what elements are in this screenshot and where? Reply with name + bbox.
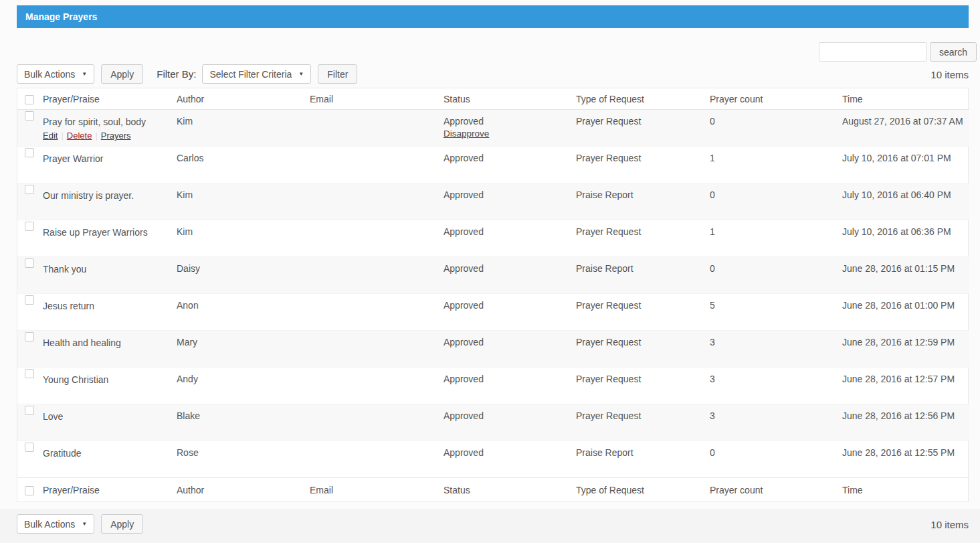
bulk-actions-select-bottom[interactable]: Bulk Actions ▼ (17, 514, 94, 534)
items-count-top: 10 items (930, 69, 969, 80)
type-cell: Prayer Request (576, 368, 710, 404)
table-row: GratitudeRoseApprovedPraise Report0June … (17, 441, 969, 478)
email-cell (310, 110, 444, 147)
table-row: Health and healingMaryApprovedPrayer Req… (17, 331, 969, 368)
status-text: Approved (444, 447, 572, 458)
time-cell: June 28, 2016 at 12:55 PM (842, 441, 969, 478)
prayer-count-cell: 0 (710, 110, 842, 147)
bulk-actions-select-value: Bulk Actions (24, 69, 75, 80)
email-cell (310, 183, 444, 220)
type-cell: Prayer Request (576, 220, 710, 257)
page-title-bar: Manage Prayers (17, 5, 969, 28)
filter-by-label: Filter By: (157, 68, 196, 80)
chevron-down-icon: ▼ (82, 521, 87, 527)
column-header: Email (310, 88, 444, 110)
email-cell (310, 331, 444, 368)
status-text: Approved (444, 226, 572, 237)
author-cell: Kim (177, 183, 310, 220)
time-cell: July 10, 2016 at 07:01 PM (842, 147, 969, 183)
status-text: Approved (444, 263, 572, 274)
row-actions: Edit|Delete|Prayers (43, 130, 173, 142)
search-input[interactable] (819, 42, 926, 62)
prayers-link[interactable]: Prayers (101, 131, 131, 141)
table-header-row: Prayer/PraiseAuthorEmailStatusType of Re… (17, 88, 969, 110)
row-checkbox[interactable] (25, 111, 34, 121)
status-text: Approved (444, 410, 572, 421)
items-count-bottom: 10 items (930, 519, 969, 530)
row-checkbox[interactable] (25, 258, 34, 268)
edit-link[interactable]: Edit (43, 131, 58, 141)
prayer-title: Love (43, 410, 173, 423)
filter-button[interactable]: Filter (318, 64, 357, 84)
prayer-count-cell: 3 (710, 331, 842, 368)
time-cell: July 10, 2016 at 06:36 PM (842, 220, 969, 257)
table-row: Young ChristianAndyApprovedPrayer Reques… (17, 368, 969, 404)
delete-link[interactable]: Delete (67, 131, 92, 141)
disapprove-link[interactable]: Disapprove (444, 129, 489, 139)
row-checkbox[interactable] (25, 185, 34, 194)
row-checkbox[interactable] (25, 222, 34, 231)
status-text: Approved (444, 337, 572, 347)
apply-button[interactable]: Apply (101, 64, 143, 84)
column-header: Prayer count (710, 88, 842, 110)
time-cell: June 28, 2016 at 12:56 PM (842, 404, 969, 441)
prayer-count-cell: 1 (710, 147, 842, 183)
row-checkbox[interactable] (25, 369, 34, 378)
select-all-checkbox-bottom[interactable] (25, 486, 34, 495)
prayer-count-cell: 5 (710, 294, 842, 331)
row-checkbox[interactable] (25, 332, 34, 341)
type-cell: Prayer Request (576, 294, 710, 331)
table-row: Jesus returnAnonApprovedPrayer Request5J… (17, 294, 969, 331)
type-cell: Praise Report (576, 183, 710, 220)
bulk-actions-select-bottom-value: Bulk Actions (24, 519, 75, 530)
row-checkbox[interactable] (25, 295, 34, 305)
prayer-title: Young Christian (43, 374, 173, 386)
select-all-checkbox-top[interactable] (25, 95, 34, 104)
filter-criteria-select-value: Select Filter Criteria (209, 69, 292, 80)
prayer-count-cell: 0 (710, 183, 842, 220)
column-header: Author (177, 478, 310, 502)
column-header: Email (310, 478, 444, 502)
column-header: Status (444, 88, 576, 110)
email-cell (310, 220, 444, 257)
status-text: Approved (444, 116, 572, 127)
prayer-title: Prayer Warrior (43, 153, 173, 165)
email-cell (310, 257, 444, 294)
type-cell: Praise Report (576, 257, 710, 294)
prayer-count-cell: 0 (710, 257, 842, 294)
status-text: Approved (444, 189, 572, 200)
prayer-title: Our ministry is prayer. (43, 189, 173, 202)
column-header: Prayer/Praise (43, 478, 177, 502)
author-cell: Carlos (177, 147, 310, 183)
page-title: Manage Prayers (25, 11, 97, 22)
prayer-count-cell: 3 (710, 368, 842, 404)
prayer-title: Thank you (43, 263, 173, 276)
author-cell: Rose (177, 441, 310, 478)
time-cell: June 28, 2016 at 12:59 PM (842, 331, 969, 368)
column-header: Status (444, 478, 576, 502)
column-header: Type of Request (576, 478, 710, 502)
author-cell: Blake (177, 404, 310, 441)
bulk-actions-select[interactable]: Bulk Actions ▼ (17, 64, 94, 84)
status-text: Approved (444, 300, 572, 311)
apply-button-bottom[interactable]: Apply (101, 514, 143, 534)
author-cell: Anon (177, 294, 310, 331)
email-cell (310, 147, 444, 183)
chevron-down-icon: ▼ (298, 71, 304, 77)
table-row: Thank youDaisyApprovedPraise Report0June… (17, 257, 969, 294)
row-checkbox[interactable] (25, 406, 34, 415)
author-cell: Kim (177, 220, 310, 257)
status-text: Approved (444, 374, 572, 384)
prayer-title: Gratitude (43, 447, 173, 460)
row-checkbox[interactable] (25, 148, 34, 157)
column-header: Prayer count (710, 478, 842, 502)
time-cell: July 10, 2016 at 06:40 PM (842, 183, 969, 220)
row-checkbox[interactable] (25, 443, 34, 452)
search-button[interactable]: search (930, 42, 977, 62)
prayer-title: Pray for spirit, soul, body (43, 116, 173, 129)
top-toolbar: Bulk Actions ▼ Apply Filter By: Select F… (17, 64, 357, 84)
prayer-count-cell: 3 (710, 404, 842, 441)
filter-criteria-select[interactable]: Select Filter Criteria ▼ (202, 64, 311, 84)
email-cell (310, 441, 444, 478)
column-header: Type of Request (576, 88, 710, 110)
